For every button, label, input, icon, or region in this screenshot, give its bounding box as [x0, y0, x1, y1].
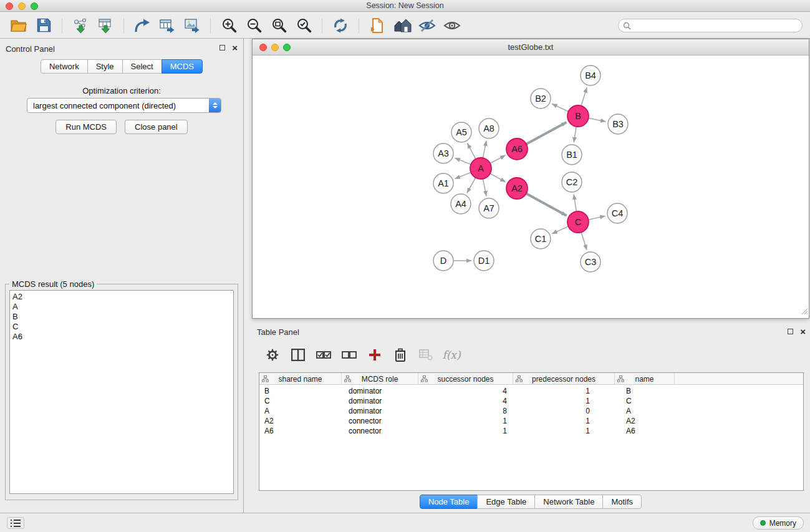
close-window-button[interactable]: [6, 2, 13, 10]
import-network-button[interactable]: [68, 14, 93, 37]
dropdown-stepper-icon[interactable]: [209, 99, 221, 112]
float-table-panel-icon[interactable]: [788, 329, 793, 334]
open-recent-button[interactable]: [365, 14, 390, 37]
delete-table-button[interactable]: [414, 344, 438, 365]
run-mcds-button[interactable]: Run MCDS: [55, 120, 117, 134]
edge-B-B3[interactable]: [589, 118, 606, 122]
edge-A-A4[interactable]: [467, 178, 476, 193]
node-A1[interactable]: A1: [433, 173, 453, 193]
close-table-panel-icon[interactable]: ×: [800, 328, 806, 335]
node-B4[interactable]: B4: [581, 65, 600, 85]
function-builder-button[interactable]: f(x): [440, 344, 463, 365]
import-table-button[interactable]: [93, 14, 118, 37]
share-network-button[interactable]: [130, 14, 155, 37]
edge-A-A8[interactable]: [483, 141, 486, 158]
mcds-result-item[interactable]: B: [12, 312, 233, 322]
resize-grip-icon[interactable]: [801, 306, 808, 317]
table-settings-button[interactable]: [261, 344, 284, 365]
save-session-button[interactable]: [31, 14, 56, 37]
edge-A-A2[interactable]: [490, 173, 506, 182]
node-D[interactable]: D: [433, 251, 453, 271]
column-header-name[interactable]: name: [615, 373, 675, 385]
memory-button[interactable]: Memory: [753, 516, 804, 530]
edge-B-B2[interactable]: [552, 104, 568, 111]
network-graph[interactable]: B4B2BB3A5A8A6B1A3AC2A1A2A4A7C4CC1C3DD1: [253, 56, 809, 318]
node-A8[interactable]: A8: [479, 118, 499, 138]
table-tabs-node-table[interactable]: Node Table: [420, 495, 478, 509]
node-B2[interactable]: B2: [531, 89, 551, 109]
table-tabs-network-table[interactable]: Network Table: [534, 495, 603, 509]
edge-A-A6[interactable]: [490, 155, 505, 163]
node-A7[interactable]: A7: [479, 198, 499, 218]
column-header-successor-nodes[interactable]: successor nodes: [418, 373, 513, 385]
zoom-out-button[interactable]: [241, 14, 266, 37]
mcds-result-item[interactable]: C: [12, 322, 233, 332]
node-A4[interactable]: A4: [451, 194, 471, 214]
node-table[interactable]: shared nameMCDS rolesuccessor nodesprede…: [259, 372, 804, 491]
network-zoom-button[interactable]: [283, 44, 291, 51]
deselect-all-columns-button[interactable]: [337, 344, 361, 365]
node-B1[interactable]: B1: [562, 145, 582, 165]
mcds-result-item[interactable]: A: [12, 302, 233, 312]
show-tasks-button[interactable]: [7, 517, 24, 529]
zoom-in-button[interactable]: [216, 14, 241, 37]
edge-A2-C[interactable]: [526, 193, 567, 216]
node-A6[interactable]: A6: [506, 138, 528, 160]
node-C1[interactable]: C1: [531, 229, 551, 249]
table-tabs-edge-table[interactable]: Edge Table: [477, 495, 535, 509]
search-input[interactable]: [618, 19, 803, 32]
table-row-A[interactable]: Adominator80A: [259, 406, 803, 416]
edge-C-C1[interactable]: [552, 226, 568, 234]
edge-C-C2[interactable]: [574, 195, 576, 211]
zoom-selected-button[interactable]: [291, 14, 316, 37]
node-A2[interactable]: A2: [506, 178, 528, 199]
edge-A6-B[interactable]: [526, 122, 567, 144]
edge-A-A5[interactable]: [467, 143, 476, 159]
node-C2[interactable]: C2: [562, 172, 582, 192]
node-A3[interactable]: A3: [433, 143, 453, 163]
network-close-button[interactable]: [259, 44, 267, 51]
show-hide-button[interactable]: [440, 14, 465, 37]
apply-layout-button[interactable]: [328, 14, 353, 37]
network-window-titlebar[interactable]: testGlobe.txt: [253, 39, 809, 56]
table-row-B[interactable]: Bdominator41B: [259, 386, 803, 396]
show-columns-button[interactable]: [286, 344, 310, 365]
delete-column-button[interactable]: [388, 344, 412, 365]
edge-C-C4[interactable]: [589, 216, 605, 220]
close-panel-icon[interactable]: ×: [232, 44, 238, 51]
table-row-C[interactable]: Cdominator41C: [259, 396, 803, 406]
node-C[interactable]: C: [567, 211, 589, 233]
network-canvas[interactable]: B4B2BB3A5A8A6B1A3AC2A1A2A4A7C4CC1C3DD1: [253, 56, 809, 318]
node-B3[interactable]: B3: [608, 114, 628, 134]
node-A[interactable]: A: [470, 158, 491, 179]
control-tabs-mcds[interactable]: MCDS: [162, 59, 203, 74]
control-tabs-select[interactable]: Select: [122, 59, 162, 74]
close-panel-button[interactable]: Close panel: [125, 120, 188, 134]
table-row-A6[interactable]: A6connector11A6: [259, 426, 803, 436]
edge-A-A7[interactable]: [483, 179, 486, 196]
float-panel-icon[interactable]: [219, 45, 225, 51]
column-header-MCDS-role[interactable]: MCDS role: [342, 373, 418, 385]
node-C4[interactable]: C4: [607, 203, 627, 223]
zoom-fit-button[interactable]: [266, 14, 291, 37]
select-all-columns-button[interactable]: [312, 344, 335, 365]
network-home-button[interactable]: [390, 14, 415, 37]
export-table-button[interactable]: [155, 14, 180, 37]
column-header-predecessor-nodes[interactable]: predecessor nodes: [513, 373, 615, 385]
node-D1[interactable]: D1: [474, 251, 494, 271]
column-header-shared-name[interactable]: shared name: [259, 373, 342, 385]
mcds-result-list[interactable]: A2ABCA6: [9, 290, 234, 494]
network-minimize-button[interactable]: [271, 44, 279, 51]
edge-C-C3[interactable]: [581, 232, 587, 250]
control-tabs-network[interactable]: Network: [41, 59, 88, 74]
add-column-button[interactable]: [363, 344, 387, 365]
edge-A-A1[interactable]: [455, 172, 471, 178]
edge-B-B1[interactable]: [574, 127, 576, 142]
node-B[interactable]: B: [567, 105, 589, 127]
edge-B-B4[interactable]: [581, 87, 587, 106]
control-tabs-style[interactable]: Style: [87, 59, 123, 74]
zoom-window-button[interactable]: [31, 2, 38, 10]
table-row-A2[interactable]: A2connector11A2: [259, 416, 803, 426]
toggle-details-button[interactable]: [415, 14, 440, 37]
optimization-dropdown[interactable]: largest connected component (directed): [27, 98, 221, 113]
